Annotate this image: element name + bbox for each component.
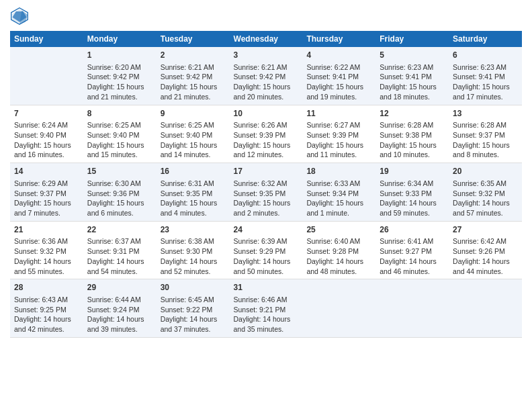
cell-content: and 6 minutes. <box>87 208 152 218</box>
cell-content: Daylight: 15 hours <box>453 82 518 92</box>
cell-content: Sunrise: 6:38 AM <box>161 236 226 246</box>
cell-content: Sunset: 9:37 PM <box>14 189 79 199</box>
cell-content: Daylight: 14 hours <box>234 314 299 324</box>
cell-content: and 15 minutes. <box>87 150 152 160</box>
day-number: 17 <box>234 166 299 177</box>
cell-content: Sunset: 9:28 PM <box>306 246 371 257</box>
cell-content: Sunset: 9:42 PM <box>161 72 226 82</box>
calendar-cell <box>302 279 375 338</box>
calendar-cell: 29Sunrise: 6:44 AMSunset: 9:24 PMDayligh… <box>83 279 157 338</box>
cell-content: and 42 minutes. <box>14 324 79 334</box>
cell-content: Sunset: 9:32 PM <box>14 246 79 257</box>
day-number: 21 <box>14 224 79 236</box>
calendar-cell <box>10 47 83 105</box>
col-header-saturday: Saturday <box>449 31 522 47</box>
day-number: 30 <box>161 282 226 293</box>
cell-content: and 17 minutes. <box>453 92 518 102</box>
cell-content: Sunset: 9:30 PM <box>161 246 226 257</box>
cell-content: and 14 minutes. <box>161 150 226 160</box>
header-row: SundayMondayTuesdayWednesdayThursdayFrid… <box>10 31 522 47</box>
cell-content: Sunrise: 6:28 AM <box>453 120 518 130</box>
cell-content: and 44 minutes. <box>453 267 518 277</box>
cell-content: Sunrise: 6:22 AM <box>306 62 371 73</box>
week-row-5: 28Sunrise: 6:43 AMSunset: 9:25 PMDayligh… <box>10 279 522 338</box>
cell-content: and 20 minutes. <box>234 92 299 102</box>
week-row-2: 7Sunrise: 6:24 AMSunset: 9:40 PMDaylight… <box>10 105 522 163</box>
cell-content: Sunrise: 6:37 AM <box>87 236 152 246</box>
cell-content: Daylight: 14 hours <box>161 314 226 324</box>
cell-content: Sunset: 9:40 PM <box>161 130 226 140</box>
cell-content: Sunset: 9:39 PM <box>306 130 371 140</box>
calendar-body: 1Sunrise: 6:20 AMSunset: 9:42 PMDaylight… <box>10 47 522 337</box>
cell-content: Sunset: 9:42 PM <box>87 72 152 82</box>
cell-content: and 57 minutes. <box>453 208 518 218</box>
week-row-3: 14Sunrise: 6:29 AMSunset: 9:37 PMDayligh… <box>10 163 522 222</box>
cell-content: and 1 minute. <box>306 208 371 218</box>
cell-content: Sunrise: 6:26 AM <box>234 120 299 130</box>
cell-content: Daylight: 15 hours <box>380 140 445 150</box>
cell-content: Daylight: 15 hours <box>380 82 445 92</box>
cell-content: Sunrise: 6:46 AM <box>234 295 299 305</box>
cell-content: and 50 minutes. <box>234 267 299 277</box>
week-row-1: 1Sunrise: 6:20 AMSunset: 9:42 PMDaylight… <box>10 47 522 105</box>
cell-content: Sunrise: 6:28 AM <box>380 120 445 130</box>
cell-content: Daylight: 15 hours <box>306 140 371 150</box>
logo-icon <box>10 7 29 26</box>
calendar-cell: 16Sunrise: 6:31 AMSunset: 9:35 PMDayligh… <box>157 163 230 222</box>
cell-content: Sunrise: 6:41 AM <box>380 236 445 246</box>
day-number: 22 <box>87 224 152 236</box>
calendar-cell: 27Sunrise: 6:42 AMSunset: 9:26 PMDayligh… <box>449 221 522 279</box>
col-header-wednesday: Wednesday <box>230 31 303 47</box>
cell-content: and 21 minutes. <box>161 92 226 102</box>
calendar-cell: 12Sunrise: 6:28 AMSunset: 9:38 PMDayligh… <box>375 105 449 163</box>
week-row-4: 21Sunrise: 6:36 AMSunset: 9:32 PMDayligh… <box>10 221 522 279</box>
day-number: 13 <box>453 108 518 120</box>
cell-content: Sunset: 9:27 PM <box>380 246 445 257</box>
cell-content: Daylight: 14 hours <box>380 198 445 208</box>
col-header-sunday: Sunday <box>10 31 83 47</box>
calendar-cell: 22Sunrise: 6:37 AMSunset: 9:31 PMDayligh… <box>83 221 157 279</box>
calendar-cell: 11Sunrise: 6:27 AMSunset: 9:39 PMDayligh… <box>302 105 375 163</box>
cell-content: Sunrise: 6:27 AM <box>306 120 371 130</box>
logo <box>10 7 32 26</box>
page-header <box>10 7 522 26</box>
cell-content: Daylight: 15 hours <box>234 140 299 150</box>
day-number: 5 <box>380 50 445 61</box>
calendar-cell: 19Sunrise: 6:34 AMSunset: 9:33 PMDayligh… <box>375 163 449 222</box>
cell-content: Sunset: 9:40 PM <box>87 130 152 140</box>
cell-content: Sunrise: 6:40 AM <box>306 236 371 246</box>
calendar-cell: 13Sunrise: 6:28 AMSunset: 9:37 PMDayligh… <box>449 105 522 163</box>
cell-content: Sunrise: 6:44 AM <box>87 295 152 305</box>
cell-content: Daylight: 14 hours <box>14 314 79 324</box>
calendar-cell: 4Sunrise: 6:22 AMSunset: 9:41 PMDaylight… <box>302 47 375 105</box>
day-number: 26 <box>380 224 445 236</box>
cell-content: Sunrise: 6:42 AM <box>453 236 518 246</box>
cell-content: Sunrise: 6:29 AM <box>14 179 79 189</box>
cell-content: Sunset: 9:39 PM <box>234 130 299 140</box>
day-number: 10 <box>234 108 299 120</box>
cell-content: Daylight: 15 hours <box>453 140 518 150</box>
calendar-cell: 26Sunrise: 6:41 AMSunset: 9:27 PMDayligh… <box>375 221 449 279</box>
col-header-tuesday: Tuesday <box>157 31 230 47</box>
cell-content: Daylight: 14 hours <box>306 257 371 267</box>
col-header-thursday: Thursday <box>302 31 375 47</box>
calendar-cell: 3Sunrise: 6:21 AMSunset: 9:42 PMDaylight… <box>230 47 303 105</box>
day-number: 24 <box>234 224 299 236</box>
day-number: 15 <box>87 166 152 177</box>
cell-content: Sunset: 9:24 PM <box>87 305 152 315</box>
calendar-cell: 25Sunrise: 6:40 AMSunset: 9:28 PMDayligh… <box>302 221 375 279</box>
calendar-cell: 10Sunrise: 6:26 AMSunset: 9:39 PMDayligh… <box>230 105 303 163</box>
calendar-cell: 5Sunrise: 6:23 AMSunset: 9:41 PMDaylight… <box>375 47 449 105</box>
cell-content: Sunset: 9:37 PM <box>453 130 518 140</box>
day-number: 18 <box>306 166 371 177</box>
cell-content: Sunset: 9:35 PM <box>161 189 226 199</box>
day-number: 9 <box>161 108 226 120</box>
cell-content: Sunset: 9:33 PM <box>380 189 445 199</box>
cell-content: Daylight: 15 hours <box>306 198 371 208</box>
cell-content: and 10 minutes. <box>380 150 445 160</box>
cell-content: Sunset: 9:29 PM <box>234 246 299 257</box>
cell-content: Daylight: 15 hours <box>234 82 299 92</box>
cell-content: Sunset: 9:41 PM <box>453 72 518 82</box>
calendar-cell: 2Sunrise: 6:21 AMSunset: 9:42 PMDaylight… <box>157 47 230 105</box>
day-number: 27 <box>453 224 518 236</box>
